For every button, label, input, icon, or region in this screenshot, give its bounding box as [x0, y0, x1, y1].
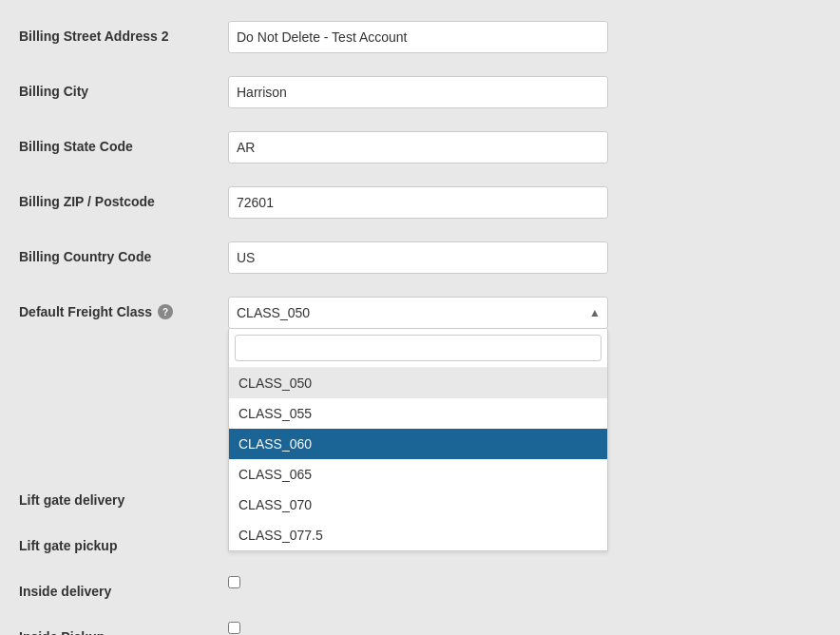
- inside-delivery-checkbox[interactable]: [228, 576, 240, 588]
- label-lift-gate-delivery: Lift gate delivery: [19, 485, 228, 508]
- dropdown-option-class-070[interactable]: CLASS_070: [229, 490, 607, 520]
- billing-street-2-input[interactable]: [228, 21, 608, 53]
- field-inside-pickup: [228, 622, 627, 635]
- form-row-billing-city: Billing City: [19, 65, 821, 120]
- dropdown-option-class-065[interactable]: CLASS_065: [229, 459, 607, 490]
- label-lift-gate-pickup: Lift gate pickup: [19, 530, 228, 553]
- label-billing-city: Billing City: [19, 76, 228, 99]
- billing-zip-input[interactable]: [228, 186, 608, 219]
- freight-class-selected-value: CLASS_050: [237, 305, 310, 320]
- freight-class-select-wrapper: CLASS_050 ▲ CLASS_050 CLASS_055 CLASS_06…: [228, 297, 608, 329]
- field-inside-delivery: [228, 576, 627, 591]
- dropdown-option-class-060[interactable]: CLASS_060: [229, 429, 607, 459]
- dropdown-search-container: [229, 329, 607, 368]
- dropdown-search-input[interactable]: [235, 335, 601, 361]
- label-billing-zip: Billing ZIP / Postcode: [19, 186, 228, 209]
- billing-state-code-input[interactable]: [228, 131, 608, 164]
- label-inside-pickup: Inside Pickup: [19, 622, 228, 635]
- form-row-inside-pickup: Inside Pickup: [19, 610, 821, 635]
- field-default-freight-class: CLASS_050 ▲ CLASS_050 CLASS_055 CLASS_06…: [228, 297, 627, 329]
- billing-city-input[interactable]: [228, 76, 608, 108]
- freight-class-dropdown: CLASS_050 CLASS_055 CLASS_060 CLASS_065 …: [228, 329, 608, 551]
- dropdown-options-list: CLASS_050 CLASS_055 CLASS_060 CLASS_065 …: [229, 368, 607, 550]
- field-billing-country-code: [228, 241, 627, 274]
- label-default-freight-class: Default Freight Class ?: [19, 297, 228, 319]
- select-arrow-icon: ▲: [589, 306, 601, 319]
- form-row-billing-street-2: Billing Street Address 2: [19, 10, 821, 65]
- form-row-billing-state-code: Billing State Code: [19, 120, 821, 175]
- form-row-billing-country-code: Billing Country Code: [19, 230, 821, 285]
- form-row-billing-zip: Billing ZIP / Postcode: [19, 175, 821, 230]
- dropdown-option-class-050[interactable]: CLASS_050: [229, 368, 607, 398]
- dropdown-option-class-055[interactable]: CLASS_055: [229, 398, 607, 429]
- page-container: Billing Street Address 2 Billing City Bi…: [0, 0, 840, 635]
- label-billing-country-code: Billing Country Code: [19, 241, 228, 264]
- label-billing-state-code: Billing State Code: [19, 131, 228, 154]
- field-billing-zip: [228, 186, 627, 219]
- form-row-inside-delivery: Inside delivery: [19, 565, 821, 610]
- field-billing-street-2: [228, 21, 627, 53]
- field-billing-city: [228, 76, 627, 108]
- dropdown-option-class-077-5[interactable]: CLASS_077.5: [229, 520, 607, 550]
- billing-country-code-input[interactable]: [228, 241, 608, 274]
- freight-class-select[interactable]: CLASS_050 ▲: [228, 297, 608, 329]
- freight-class-help-icon[interactable]: ?: [158, 304, 173, 319]
- field-billing-state-code: [228, 131, 627, 164]
- form-row-default-freight-class: Default Freight Class ? CLASS_050 ▲ CLAS…: [19, 285, 821, 340]
- label-billing-street-2: Billing Street Address 2: [19, 21, 228, 44]
- label-inside-delivery: Inside delivery: [19, 576, 228, 599]
- inside-pickup-checkbox[interactable]: [228, 622, 240, 634]
